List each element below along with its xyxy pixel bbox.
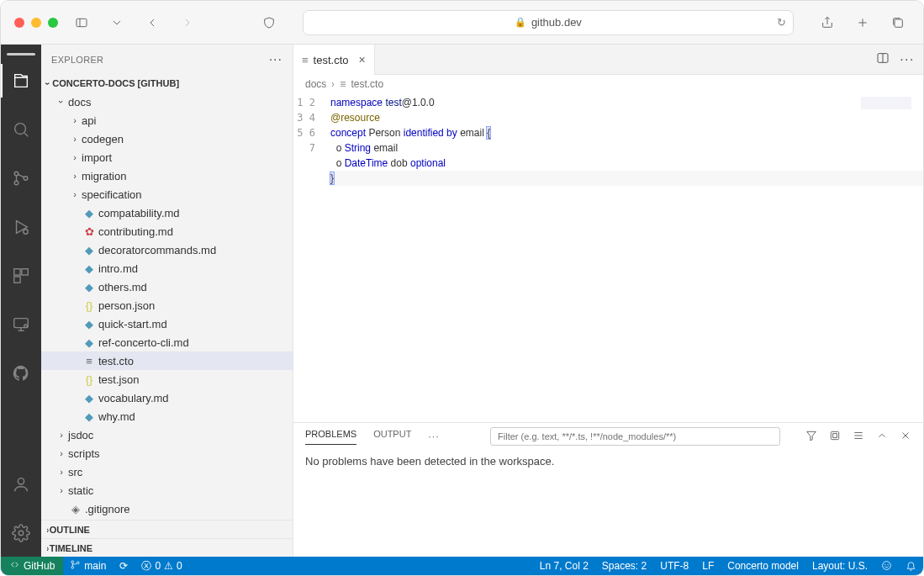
close-window[interactable]	[14, 18, 24, 28]
sb-layout[interactable]: Layout: U.S.	[805, 560, 874, 572]
tree-folder[interactable]: ›import	[41, 148, 293, 166]
svg-marker-11	[17, 221, 28, 234]
svg-point-37	[888, 564, 889, 565]
tree-file[interactable]: ◈.gitignore	[41, 499, 293, 518]
sidebar-root-section[interactable]: › CONCERTO-DOCS [GITHUB]	[41, 74, 293, 92]
problems-message: No problems have been detected in the wo…	[293, 450, 923, 557]
dropdown-icon[interactable]	[105, 11, 129, 34]
sb-sync[interactable]: ⟳	[113, 557, 135, 575]
svg-point-35	[883, 562, 891, 570]
tree-file[interactable]: ◆why.md	[41, 407, 293, 425]
minimize-window[interactable]	[31, 18, 41, 28]
tree-file[interactable]: ◆intro.md	[41, 259, 293, 277]
maximize-window[interactable]	[48, 18, 58, 28]
more-icon[interactable]: ···	[900, 52, 915, 67]
collapse-icon[interactable]	[829, 430, 841, 443]
editor-tab-active[interactable]: ≡ test.cto ×	[293, 45, 375, 75]
warning-icon: ⚠	[164, 560, 173, 572]
outline-label: OUTLINE	[50, 525, 90, 535]
new-tab-icon[interactable]	[851, 11, 874, 34]
sb-feedback-icon[interactable]	[874, 560, 899, 571]
lock-icon: 🔒	[515, 17, 526, 28]
tree-folder[interactable]: ›jsdoc	[41, 425, 293, 444]
markdown-icon: ◆	[82, 262, 97, 275]
sb-notifications-icon[interactable]	[899, 560, 923, 571]
status-bar: GitHub main ⟳ ⓧ0 ⚠0 Ln 7, Col 2 Spaces: …	[1, 557, 923, 575]
activity-settings[interactable]	[1, 516, 41, 550]
browser-titlebar: 🔒 github.dev ↻	[1, 1, 923, 45]
tree-folder[interactable]: ›api	[41, 111, 293, 129]
code-editor[interactable]: 1 2 3 4 5 6 7 namespace test@1.0.0@resou…	[293, 93, 923, 422]
split-editor-icon[interactable]	[876, 51, 890, 68]
forward-button[interactable]	[176, 11, 199, 34]
tabs-icon[interactable]	[886, 11, 910, 34]
markdown-icon: ◆	[82, 410, 97, 423]
sb-eol[interactable]: LF	[695, 560, 721, 572]
tree-file[interactable]: {}person.json	[41, 296, 293, 314]
refresh-icon[interactable]: ↻	[777, 16, 786, 29]
json-icon: {}	[82, 373, 97, 386]
tree-file[interactable]: ◆others.md	[41, 277, 293, 296]
shield-icon[interactable]	[257, 11, 281, 34]
tree-file[interactable]: ◆quick-start.md	[41, 314, 293, 333]
tree-folder[interactable]: ›static	[41, 481, 293, 499]
activity-remote[interactable]	[1, 308, 41, 341]
url-bar[interactable]: 🔒 github.dev ↻	[303, 10, 794, 35]
activity-extensions[interactable]	[1, 259, 41, 293]
tree-folder[interactable]: ›docs	[41, 92, 293, 111]
sb-problems[interactable]: ⓧ0 ⚠0	[135, 557, 188, 575]
sb-remote[interactable]: GitHub	[1, 557, 63, 575]
breadcrumb-item[interactable]: docs	[305, 78, 326, 90]
filter-icon[interactable]	[805, 430, 817, 443]
activity-source-control[interactable]	[1, 161, 41, 195]
tree-file[interactable]: {}test.json	[41, 370, 293, 388]
tree-file[interactable]: ◆vocabulary.md	[41, 388, 293, 407]
panel-tab-problems[interactable]: PROBLEMS	[305, 429, 356, 445]
tree-folder[interactable]: ›scripts	[41, 444, 293, 462]
svg-point-36	[885, 564, 886, 565]
explorer-menu-icon[interactable]: ···	[269, 52, 282, 67]
tree-file[interactable]: ◆decoratorcommands.md	[41, 240, 293, 259]
tree-file[interactable]: ◆ref-concerto-cli.md	[41, 333, 293, 351]
tree-folder[interactable]: ›codegen	[41, 129, 293, 148]
activity-account[interactable]	[1, 468, 41, 501]
tree-file[interactable]: ✿contributing.md	[41, 222, 293, 240]
maximize-panel-icon[interactable]	[876, 430, 888, 443]
outline-section[interactable]: › OUTLINE	[41, 520, 293, 538]
tab-filename: test.cto	[314, 54, 349, 66]
tree-file[interactable]: ≡test.cto	[41, 351, 293, 370]
chevron-right-icon: ›	[47, 543, 50, 553]
share-icon[interactable]	[816, 11, 839, 34]
panel-tab-output[interactable]: OUTPUT	[373, 429, 411, 444]
activity-run-debug[interactable]	[1, 210, 41, 244]
close-panel-icon[interactable]	[900, 430, 911, 443]
more-tabs-icon[interactable]: ···	[428, 431, 440, 441]
tree-folder[interactable]: ›specification	[41, 185, 293, 203]
sb-encoding[interactable]: UTF-8	[653, 560, 695, 572]
activity-search[interactable]	[1, 113, 41, 146]
sb-cursor-position[interactable]: Ln 7, Col 2	[533, 560, 595, 572]
close-tab-icon[interactable]: ×	[359, 53, 366, 66]
svg-rect-14	[22, 269, 28, 275]
timeline-section[interactable]: › TIMELINE	[41, 538, 293, 557]
sidebar-toggle-icon[interactable]	[70, 11, 93, 34]
tree-folder[interactable]: ›migration	[41, 166, 293, 185]
activity-explorer[interactable]	[1, 64, 41, 98]
code-content[interactable]: namespace test@1.0.0@resourceconcept Per…	[330, 93, 923, 422]
chevron-right-icon: ›	[332, 78, 335, 90]
json-icon: {}	[82, 299, 97, 312]
view-icon[interactable]	[853, 430, 864, 443]
url-host: github.dev	[531, 16, 582, 29]
menu-icon[interactable]	[7, 53, 35, 55]
breadcrumb-item[interactable]: test.cto	[351, 78, 383, 90]
back-button[interactable]	[140, 11, 164, 34]
sb-indentation[interactable]: Spaces: 2	[595, 560, 653, 572]
tree-folder[interactable]: ›src	[41, 462, 293, 481]
breadcrumbs[interactable]: docs › ≡ test.cto	[293, 75, 923, 93]
activity-github[interactable]	[1, 357, 41, 390]
tree-file[interactable]: ◆compatability.md	[41, 203, 293, 222]
sb-language[interactable]: Concerto model	[721, 560, 805, 572]
sb-branch[interactable]: main	[63, 557, 113, 575]
problems-filter-input[interactable]	[490, 427, 780, 446]
svg-point-34	[77, 562, 80, 564]
